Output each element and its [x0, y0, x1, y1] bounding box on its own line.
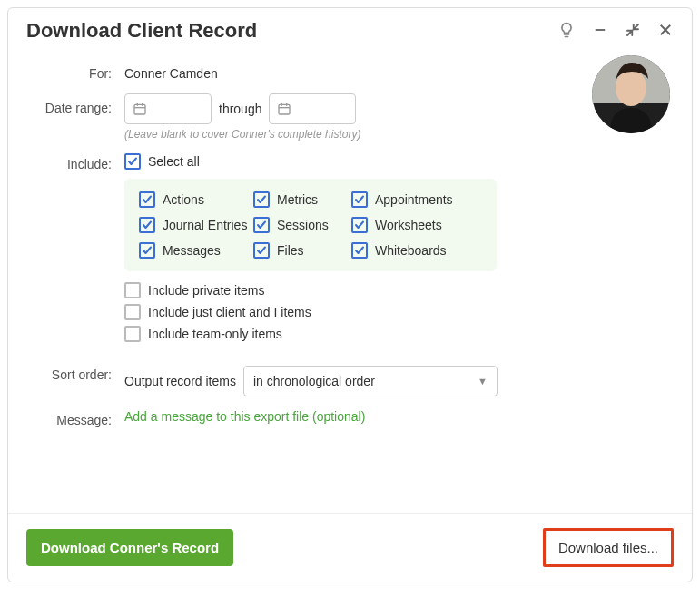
include-client-and-i-row[interactable]: Include just client and I items [124, 304, 670, 320]
date-end-input[interactable] [269, 93, 356, 124]
include-journal[interactable]: Journal Entries [139, 217, 253, 233]
checkbox[interactable] [351, 191, 368, 208]
include-messages[interactable]: Messages [139, 242, 253, 259]
date-range-hint: (Leave blank to cover Conner's complete … [124, 128, 670, 141]
row-date-range: Date range: through (Leave blank to cove… [30, 93, 670, 141]
checkbox[interactable] [351, 242, 368, 259]
client-name: Conner Camden [124, 63, 670, 81]
dialog-footer: Download Conner's Record Download files.… [8, 513, 692, 582]
checkbox[interactable] [253, 242, 270, 259]
dialog-body: For: Conner Camden Date range: through (… [8, 46, 692, 513]
row-sort-order: Sort order: Output record items in chron… [30, 360, 670, 396]
checkbox[interactable] [139, 217, 155, 233]
checkbox-empty[interactable] [124, 304, 141, 320]
checkbox[interactable] [253, 191, 270, 208]
checkbox[interactable] [139, 191, 155, 208]
include-files[interactable]: Files [253, 242, 351, 259]
download-record-button[interactable]: Download Conner's Record [26, 529, 233, 566]
contract-icon[interactable] [625, 22, 641, 41]
include-whiteboards[interactable]: Whiteboards [351, 242, 478, 259]
select-all-label: Select all [148, 154, 200, 169]
row-for: For: Conner Camden [30, 63, 670, 81]
row-message: Message: Add a message to this export fi… [30, 409, 670, 427]
client-avatar [592, 55, 670, 133]
include-appointments[interactable]: Appointments [351, 191, 478, 208]
include-team-only-row[interactable]: Include team-only items [124, 326, 670, 342]
calendar-icon [277, 102, 291, 116]
minimize-icon[interactable] [592, 22, 608, 41]
svg-rect-11 [279, 104, 290, 114]
chevron-down-icon: ▼ [478, 376, 488, 387]
add-message-link[interactable]: Add a message to this export file (optio… [124, 409, 365, 424]
include-label: Include: [30, 153, 124, 171]
checkbox-empty[interactable] [124, 282, 141, 298]
date-range-label: Date range: [30, 93, 124, 115]
dialog-title: Download Client Record [26, 19, 257, 43]
include-items-box: Actions Metrics Appointments Journal Ent… [124, 179, 497, 271]
svg-point-6 [616, 70, 646, 106]
for-label: For: [30, 63, 124, 81]
include-sessions[interactable]: Sessions [253, 217, 351, 233]
checkbox-empty[interactable] [124, 326, 141, 342]
tip-icon[interactable] [557, 21, 576, 42]
through-text: through [219, 102, 261, 116]
download-files-button[interactable]: Download files... [543, 528, 674, 567]
checkbox[interactable] [139, 242, 155, 259]
sort-prefix-text: Output record items [124, 374, 236, 388]
date-start-input[interactable] [124, 93, 212, 124]
include-actions[interactable]: Actions [139, 191, 253, 208]
close-icon[interactable] [657, 22, 674, 41]
include-private-row[interactable]: Include private items [124, 282, 670, 298]
select-all-row[interactable]: Select all [124, 153, 670, 170]
checkbox[interactable] [253, 217, 270, 233]
calendar-icon [133, 102, 147, 116]
download-client-record-dialog: Download Client Record [7, 7, 693, 582]
svg-rect-7 [134, 104, 145, 114]
sort-order-label: Sort order: [30, 360, 124, 382]
checkbox[interactable] [351, 217, 368, 233]
include-metrics[interactable]: Metrics [253, 191, 351, 208]
dialog-header: Download Client Record [8, 8, 692, 46]
sort-order-value: in chronological order [253, 374, 375, 388]
header-controls [557, 21, 674, 42]
message-label: Message: [30, 409, 124, 427]
sort-order-select[interactable]: in chronological order ▼ [243, 366, 498, 396]
include-worksheets[interactable]: Worksheets [351, 217, 478, 233]
row-include: Include: Select all Actions Metrics Appo… [30, 153, 670, 347]
select-all-checkbox[interactable] [124, 153, 141, 170]
